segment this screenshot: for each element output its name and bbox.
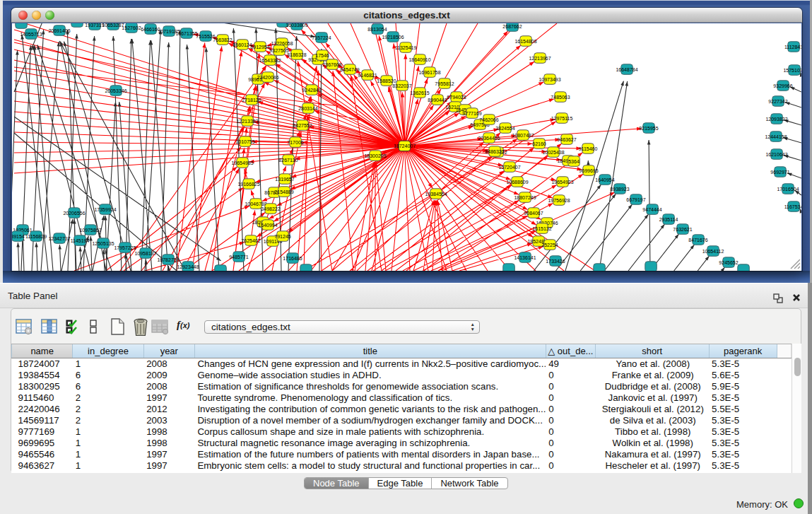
svg-text:10654112: 10654112 xyxy=(702,249,724,254)
svg-text:8813054: 8813054 xyxy=(367,27,387,32)
svg-text:19218506: 19218506 xyxy=(382,35,404,40)
svg-text:17016504: 17016504 xyxy=(777,187,799,192)
svg-text:7625402: 7625402 xyxy=(241,238,260,243)
svg-text:9245652: 9245652 xyxy=(719,260,738,265)
svg-text:1716485: 1716485 xyxy=(283,256,302,261)
svg-text:16782759: 16782759 xyxy=(157,257,179,262)
svg-text:7663822: 7663822 xyxy=(213,37,232,42)
svg-text:1640994: 1640994 xyxy=(258,223,277,228)
svg-text:3498222: 3498222 xyxy=(261,206,280,211)
svg-text:19384554: 19384554 xyxy=(425,192,447,197)
svg-text:7632621: 7632621 xyxy=(673,227,692,232)
svg-text:19654923: 19654923 xyxy=(551,180,573,185)
svg-text:9485771: 9485771 xyxy=(229,255,248,259)
svg-text:16543382: 16543382 xyxy=(259,58,281,63)
svg-text:9084067: 9084067 xyxy=(524,211,543,216)
svg-text:8912954: 8912954 xyxy=(250,45,269,49)
svg-text:11325419: 11325419 xyxy=(395,45,417,50)
svg-text:7485063: 7485063 xyxy=(551,95,570,100)
svg-text:9474444: 9474444 xyxy=(642,207,661,212)
svg-text:252254: 252254 xyxy=(541,243,558,247)
svg-text:10653287: 10653287 xyxy=(102,23,124,28)
svg-text:1010755: 1010755 xyxy=(235,139,254,144)
svg-text:12505135: 12505135 xyxy=(92,241,114,246)
svg-text:20364436: 20364436 xyxy=(478,136,500,141)
svg-text:9777169: 9777169 xyxy=(462,111,481,116)
svg-text:3824554: 3824554 xyxy=(495,126,514,131)
svg-text:16648784: 16648784 xyxy=(616,67,637,72)
svg-text:16033809: 16033809 xyxy=(286,23,307,28)
svg-text:19756928: 19756928 xyxy=(548,198,570,203)
svg-text:17546: 17546 xyxy=(315,53,329,58)
svg-text:9327505: 9327505 xyxy=(269,48,288,53)
svg-text:1167534: 1167534 xyxy=(784,204,801,209)
svg-text:8990448: 8990448 xyxy=(428,98,447,103)
svg-text:12923448: 12923448 xyxy=(177,264,199,269)
svg-text:717006: 717006 xyxy=(287,140,303,145)
svg-text:18300295: 18300295 xyxy=(364,153,386,158)
svg-text:1527602: 1527602 xyxy=(122,25,141,30)
svg-text:1588520: 1588520 xyxy=(377,78,396,83)
svg-text:8486322: 8486322 xyxy=(485,149,504,154)
svg-text:1319657: 1319657 xyxy=(275,177,294,182)
svg-text:17359924: 17359924 xyxy=(94,207,116,212)
svg-text:23420046: 23420046 xyxy=(257,75,278,80)
svg-text:62160: 62160 xyxy=(532,141,546,146)
svg-text:1640954: 1640954 xyxy=(595,177,614,182)
svg-text:9242848: 9242848 xyxy=(302,88,321,93)
svg-text:10046788: 10046788 xyxy=(245,201,266,206)
svg-text:1362615: 1362615 xyxy=(410,90,429,95)
svg-text:9692971: 9692971 xyxy=(770,170,789,175)
svg-text:15751074: 15751074 xyxy=(783,68,801,73)
svg-text:5364: 5364 xyxy=(568,159,579,164)
svg-text:10807487: 10807487 xyxy=(512,133,534,138)
svg-text:12213383: 12213383 xyxy=(236,119,258,124)
svg-text:17957225: 17957225 xyxy=(114,245,136,250)
svg-text:8938923: 8938923 xyxy=(610,187,629,192)
svg-text:8471676: 8471676 xyxy=(688,238,707,243)
svg-text:9463627: 9463627 xyxy=(557,137,576,142)
svg-text:1145194: 1145194 xyxy=(71,238,90,243)
svg-text:10958187: 10958187 xyxy=(134,251,156,256)
svg-text:15720407: 15720407 xyxy=(498,165,520,170)
svg-text:16961758: 16961758 xyxy=(418,70,440,75)
svg-text:10973493: 10973493 xyxy=(539,77,560,82)
svg-text:9146821: 9146821 xyxy=(358,73,377,78)
svg-text:2718126: 2718126 xyxy=(242,98,261,103)
svg-text:18807249: 18807249 xyxy=(514,195,536,200)
svg-text:2367608: 2367608 xyxy=(322,62,341,67)
svg-text:20206556: 20206556 xyxy=(63,211,85,216)
svg-text:12975115: 12975115 xyxy=(551,116,573,121)
svg-text:10975867: 10975867 xyxy=(79,228,101,233)
svg-text:19166825: 19166825 xyxy=(237,182,259,187)
svg-text:14136141: 14136141 xyxy=(514,255,536,260)
svg-text:2154889: 2154889 xyxy=(274,189,293,194)
svg-text:1112841: 1112841 xyxy=(784,45,801,49)
svg-text:6679197: 6679197 xyxy=(626,197,645,202)
svg-text:20691406: 20691406 xyxy=(48,28,70,33)
svg-text:7357224: 7357224 xyxy=(312,35,331,40)
svg-text:2803144: 2803144 xyxy=(298,106,317,111)
svg-text:2687662: 2687662 xyxy=(502,24,522,29)
svg-text:39154: 39154 xyxy=(12,234,25,239)
svg-text:2935114: 2935114 xyxy=(659,217,678,222)
svg-text:9329966: 9329966 xyxy=(773,83,792,88)
svg-text:8267130: 8267130 xyxy=(278,158,298,163)
svg-text:10688609: 10688609 xyxy=(506,180,528,185)
svg-text:16154808: 16154808 xyxy=(514,39,536,44)
svg-text:8454749: 8454749 xyxy=(340,67,359,72)
svg-text:12444158: 12444158 xyxy=(765,134,787,139)
svg-text:16210643: 16210643 xyxy=(765,152,787,157)
svg-text:8322037: 8322037 xyxy=(392,83,411,88)
svg-text:9227342: 9227342 xyxy=(768,99,787,104)
svg-text:8215955: 8215955 xyxy=(639,126,658,131)
svg-text:12093822: 12093822 xyxy=(765,117,787,122)
svg-text:8427552: 8427552 xyxy=(293,123,312,128)
svg-text:16671355: 16671355 xyxy=(175,31,197,36)
svg-text:14055713: 14055713 xyxy=(20,32,42,37)
svg-text:26053346: 26053346 xyxy=(105,88,126,93)
svg-text:12342737: 12342737 xyxy=(48,236,70,241)
svg-text:8186328: 8186328 xyxy=(287,52,306,57)
svg-text:9115460: 9115460 xyxy=(579,146,598,151)
svg-text:18640910: 18640910 xyxy=(408,57,430,62)
